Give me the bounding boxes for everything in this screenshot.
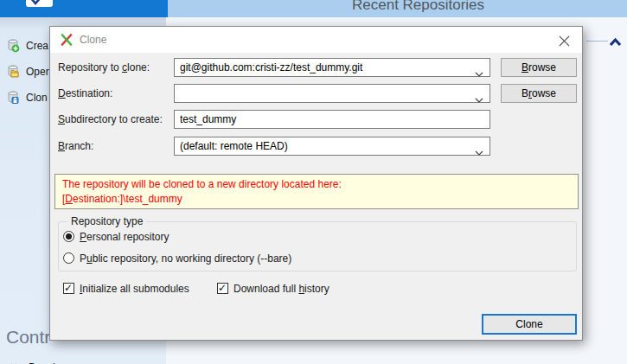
clone-info-message: The repository will be cloned to a new d… bbox=[54, 174, 579, 209]
clone-dialog-titlebar: Clone bbox=[50, 27, 582, 53]
clone-button[interactable]: Clone bbox=[482, 314, 577, 335]
radio-icon bbox=[63, 231, 74, 242]
radio-icon bbox=[63, 252, 74, 264]
recent-repositories-heading: Recent Repositories bbox=[352, 0, 484, 14]
database-clone-icon bbox=[6, 91, 20, 105]
database-open-icon bbox=[6, 65, 20, 79]
checkbox-icon bbox=[217, 283, 228, 294]
recent-repositories-band: Recent Repositories bbox=[168, 0, 627, 17]
database-add-icon bbox=[6, 39, 20, 53]
sidebar-item-label: Crea bbox=[26, 33, 48, 59]
develop-label: Develop bbox=[29, 361, 67, 364]
git-extensions-x-icon bbox=[61, 34, 73, 49]
repository-to-clone-label: Repository to clone: bbox=[58, 58, 172, 77]
dialog-title: Clone bbox=[80, 27, 106, 53]
branch-label: Branch: bbox=[58, 137, 172, 156]
app-logo-icon bbox=[26, 0, 53, 7]
sidebar-item-label: Oper bbox=[26, 59, 49, 85]
clone-dialog: Clone Repository to clone: Browse Destin… bbox=[49, 26, 583, 341]
browse-repository-button[interactable]: Browse bbox=[501, 58, 577, 77]
screen: Recent Repositories Crea bbox=[0, 0, 627, 364]
destination-input[interactable] bbox=[174, 84, 490, 103]
subdirectory-field bbox=[174, 110, 490, 129]
logo-chevron-icon bbox=[29, 0, 42, 7]
checkbox-initialize-submodules[interactable]: Initialize all submodules bbox=[63, 282, 189, 296]
close-icon[interactable] bbox=[559, 35, 570, 46]
warning-line1: The repository will be cloned to a new d… bbox=[62, 177, 571, 192]
destination-combobox bbox=[174, 84, 490, 103]
checkbox-icon bbox=[63, 283, 74, 294]
radio-public-repository-bare[interactable]: Public repository, no working directory … bbox=[63, 251, 291, 266]
destination-label: Destination: bbox=[58, 84, 172, 103]
repository-to-clone-combobox bbox=[174, 58, 490, 77]
collapse-chevron-icon[interactable] bbox=[609, 35, 622, 51]
repository-to-clone-input[interactable] bbox=[174, 58, 490, 77]
subdirectory-label: Subdirectory to create: bbox=[58, 110, 172, 129]
section-divider bbox=[586, 41, 608, 42]
contribute-section-heading: Contr bbox=[6, 327, 50, 348]
radio-personal-repository[interactable]: Personal repository bbox=[63, 229, 169, 245]
branch-combobox bbox=[174, 137, 490, 156]
browse-destination-button[interactable]: Browse bbox=[501, 84, 577, 103]
subdirectory-input[interactable] bbox=[174, 110, 490, 129]
repository-type-legend: Repository type bbox=[67, 215, 146, 227]
warning-line2: [Destination:]\test_dummy bbox=[62, 192, 571, 207]
sidebar-item-label: Clon bbox=[26, 85, 48, 111]
branch-input[interactable] bbox=[174, 137, 490, 156]
checkbox-download-full-history[interactable]: Download full history bbox=[217, 282, 329, 296]
